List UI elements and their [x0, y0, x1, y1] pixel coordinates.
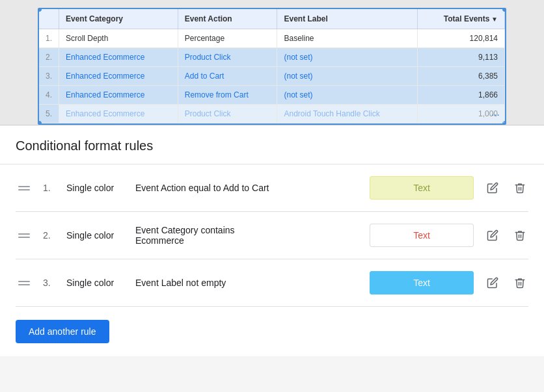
col-header-category[interactable]: Event Category: [59, 9, 178, 29]
table-cell-category: Enhanced Ecommerce: [59, 86, 178, 105]
col-header-action[interactable]: Event Action: [178, 9, 277, 29]
drag-handle-icon[interactable]: [16, 280, 33, 287]
table-cell-category: Enhanced Ecommerce: [59, 105, 178, 124]
rule-row: 3.Single colorEvent Label not emptyText: [16, 259, 528, 307]
resize-handle-bl[interactable]: [38, 121, 42, 125]
table-row-num: 2.: [39, 48, 59, 67]
rule-number: 3.: [43, 278, 56, 288]
add-rule-button[interactable]: Add another rule: [16, 320, 109, 343]
rule-actions: [484, 274, 528, 291]
rule-row: 2.Single colorEvent Category contains Ec…: [16, 212, 528, 259]
table-row-num: 5.: [39, 105, 59, 124]
preview-table: Event Category Event Action Event Label …: [39, 9, 505, 124]
drag-handle-icon[interactable]: [16, 232, 33, 239]
table-cell-action: Remove from Cart: [178, 86, 277, 105]
table-cell-category: Enhanced Ecommerce: [59, 48, 178, 67]
conditional-format-panel: Conditional format rules 1.Single colorE…: [0, 125, 544, 356]
col-header-label[interactable]: Event Label: [277, 9, 418, 29]
table-cell-total: 6,385: [418, 67, 505, 86]
table-cell-action: Product Click: [178, 105, 277, 124]
edit-rule-button[interactable]: [484, 179, 501, 196]
rule-condition-text: Event Action equal to Add to Cart: [135, 183, 359, 193]
edit-rule-button[interactable]: [484, 227, 501, 244]
table-cell-label: (not set): [277, 67, 418, 86]
table-row-num: 1.: [39, 29, 59, 48]
rule-preview-swatch[interactable]: Text: [370, 224, 474, 247]
panel-title: Conditional format rules: [0, 125, 544, 164]
delete-rule-button[interactable]: [511, 274, 528, 291]
table-cell-action: Product Click: [178, 48, 277, 67]
more-options-dots[interactable]: ···: [491, 109, 500, 121]
delete-rule-button[interactable]: [511, 227, 528, 244]
rule-row: 1.Single colorEvent Action equal to Add …: [16, 164, 528, 212]
rule-number: 1.: [43, 183, 56, 193]
table-cell-total: 9,113: [418, 48, 505, 67]
rules-list: 1.Single colorEvent Action equal to Add …: [0, 164, 544, 307]
table-cell-label: Baseline: [277, 29, 418, 48]
rule-type-label: Single color: [66, 230, 125, 241]
drag-handle-icon[interactable]: [16, 185, 33, 192]
delete-rule-button[interactable]: [511, 179, 528, 196]
rule-actions: [484, 227, 528, 244]
table-cell-label: (not set): [277, 86, 418, 105]
table-cell-action: Percentage: [178, 29, 277, 48]
table-row-num: 3.: [39, 67, 59, 86]
panel-footer: Add another rule: [0, 307, 544, 356]
table-cell-total: 1,866: [418, 86, 505, 105]
rule-condition-text: Event Category contains Ecommerce: [135, 225, 359, 246]
rule-number: 2.: [43, 230, 56, 241]
rule-preview-swatch[interactable]: Text: [370, 271, 474, 294]
table-cell-category: Enhanced Ecommerce: [59, 67, 178, 86]
table-cell-category: Scroll Depth: [59, 29, 178, 48]
col-header-rownum: [39, 9, 59, 29]
rule-preview-swatch[interactable]: Text: [370, 176, 474, 200]
table-preview: Event Category Event Action Event Label …: [0, 0, 544, 125]
table-cell-label: Android Touch Handle Click: [277, 105, 418, 124]
resize-handle-tr[interactable]: [502, 8, 506, 12]
table-cell-label: (not set): [277, 48, 418, 67]
table-cell-total: 120,814: [418, 29, 505, 48]
rule-condition-text: Event Label not empty: [135, 278, 359, 288]
data-table-wrapper: Event Category Event Action Event Label …: [38, 8, 506, 125]
table-row-num: 4.: [39, 86, 59, 105]
table-cell-action: Add to Cart: [178, 67, 277, 86]
edit-rule-button[interactable]: [484, 274, 501, 291]
rule-type-label: Single color: [66, 278, 125, 288]
rule-type-label: Single color: [66, 183, 125, 193]
rule-actions: [484, 179, 528, 196]
col-header-total[interactable]: Total Events: [418, 9, 505, 29]
